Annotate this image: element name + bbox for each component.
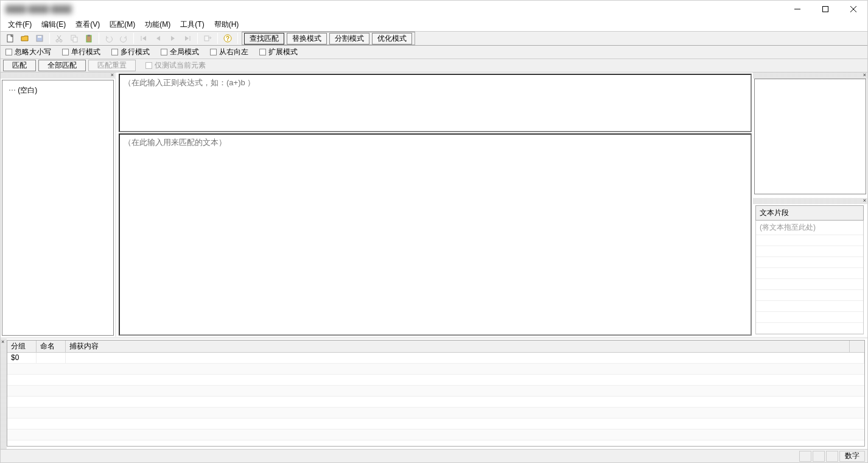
opt-multiline[interactable]: 多行模式: [111, 47, 150, 57]
cut-icon: [55, 34, 64, 43]
undo-icon: [105, 34, 113, 43]
left-panel-grip[interactable]: ×: [1, 72, 115, 79]
last-icon: [184, 35, 191, 42]
right-panel: × × 文本片段 (将文本拖至此处): [753, 72, 867, 337]
bottom-panel: × 分组 命名 捕获内容 $0: [1, 337, 867, 449]
copy-icon: [70, 34, 79, 43]
btn-match-all[interactable]: 全部匹配: [38, 60, 86, 71]
opt-rtl[interactable]: 从右向左: [210, 47, 248, 57]
svg-text:?: ?: [226, 35, 229, 42]
last-button[interactable]: [181, 32, 194, 44]
status-cell-2: [813, 451, 825, 462]
first-button[interactable]: [137, 32, 150, 44]
prev-button[interactable]: [152, 32, 165, 44]
svg-rect-6: [38, 36, 41, 38]
opt-ignorecase[interactable]: 忽略大小写: [5, 47, 51, 57]
grid-row[interactable]: [7, 408, 864, 419]
snippet-placeholder: (将文本拖至此处): [756, 221, 863, 235]
menu-tools[interactable]: 工具(T): [175, 18, 209, 31]
new-button[interactable]: [4, 32, 17, 44]
svg-rect-1: [823, 7, 828, 12]
grid-row[interactable]: [7, 397, 864, 408]
left-panel-close[interactable]: ×: [111, 72, 114, 78]
grid-row[interactable]: [7, 364, 864, 375]
save-button[interactable]: [33, 32, 46, 44]
grid-row[interactable]: [7, 429, 864, 440]
minimize-icon: [794, 6, 800, 12]
close-button[interactable]: [839, 1, 867, 18]
tree-view[interactable]: ⋯ (空白): [2, 80, 114, 336]
prev-icon: [155, 35, 162, 42]
grid-row[interactable]: [7, 419, 864, 429]
new-file-icon: [6, 34, 15, 43]
mode-split[interactable]: 分割模式: [329, 33, 369, 44]
btn-reset[interactable]: 匹配重置: [88, 60, 136, 71]
svg-rect-17: [205, 36, 209, 41]
close-icon: [850, 6, 856, 12]
status-bar: 数字: [1, 449, 867, 462]
redo-icon: [119, 34, 128, 43]
help-button[interactable]: ?: [221, 32, 234, 44]
right-lower-close[interactable]: ×: [863, 197, 866, 203]
goto-button[interactable]: [201, 32, 214, 44]
open-button[interactable]: [18, 32, 32, 44]
menu-match[interactable]: 匹配(M): [105, 18, 140, 31]
goto-icon: [203, 34, 212, 43]
col-end-header[interactable]: [850, 341, 864, 352]
window-title: ████ ████ ████: [5, 5, 72, 13]
titlebar: ████ ████ ████: [1, 1, 867, 18]
grid-row[interactable]: [7, 375, 864, 386]
maximize-icon: [822, 6, 828, 12]
regex-input[interactable]: [119, 74, 752, 132]
opt-current-element[interactable]: 仅测试当前元素: [145, 60, 206, 71]
snippet-body[interactable]: (将文本拖至此处): [755, 221, 864, 334]
maximize-button[interactable]: [811, 1, 839, 18]
bottom-panel-grip[interactable]: ×: [1, 339, 7, 449]
tree-root-item[interactable]: ⋯ (空白): [6, 84, 110, 97]
col-name-header[interactable]: 命名: [37, 341, 66, 352]
first-icon: [140, 35, 147, 42]
next-icon: [169, 35, 177, 42]
menu-function[interactable]: 功能(M): [140, 18, 175, 31]
grid-row[interactable]: [7, 386, 864, 397]
grid-row[interactable]: $0: [7, 353, 864, 364]
opt-global[interactable]: 全局模式: [161, 47, 199, 57]
open-folder-icon: [21, 34, 29, 43]
action-bar: 匹配 全部匹配 匹配重置 仅测试当前元素: [1, 59, 867, 72]
text-input[interactable]: [119, 133, 752, 336]
menu-edit[interactable]: 编辑(E): [37, 18, 71, 31]
snippet-header: 文本片段: [755, 205, 864, 221]
col-content-header[interactable]: 捕获内容: [66, 341, 850, 352]
next-button[interactable]: [166, 32, 180, 44]
right-upper-close[interactable]: ×: [863, 72, 866, 78]
copy-button[interactable]: [68, 32, 81, 44]
mode-replace[interactable]: 替换模式: [287, 33, 327, 44]
status-cell-1: [799, 451, 811, 462]
undo-button[interactable]: [102, 32, 116, 44]
right-lower-grip[interactable]: ×: [753, 198, 867, 204]
redo-button[interactable]: [117, 32, 130, 44]
right-upper-content[interactable]: [754, 79, 866, 194]
right-upper-grip[interactable]: ×: [753, 72, 867, 79]
btn-match[interactable]: 匹配: [3, 60, 36, 71]
menu-file[interactable]: 文件(F): [3, 18, 37, 31]
capture-grid: 分组 命名 捕获内容 $0: [7, 340, 865, 447]
mode-find-match[interactable]: 查找匹配: [244, 33, 284, 44]
minimize-button[interactable]: [783, 1, 811, 18]
mode-optimize[interactable]: 优化模式: [372, 33, 412, 44]
status-numlock: 数字: [839, 451, 865, 462]
menu-view[interactable]: 查看(V): [71, 18, 105, 31]
save-icon: [35, 34, 44, 43]
opt-singleline[interactable]: 单行模式: [62, 47, 100, 57]
col-group-header[interactable]: 分组: [7, 341, 37, 352]
menu-bar: 文件(F) 编辑(E) 查看(V) 匹配(M) 功能(M) 工具(T) 帮助(H…: [1, 18, 867, 31]
center-panel: [116, 72, 753, 337]
menu-help[interactable]: 帮助(H): [209, 18, 244, 31]
svg-rect-12: [73, 37, 77, 42]
paste-button[interactable]: [82, 32, 96, 44]
svg-rect-14: [88, 35, 90, 37]
cut-button[interactable]: [53, 32, 66, 44]
options-bar: 忽略大小写 单行模式 多行模式 全局模式 从右向左 扩展模式: [1, 46, 867, 59]
bottom-panel-close[interactable]: ×: [1, 339, 4, 345]
opt-extended[interactable]: 扩展模式: [259, 47, 298, 57]
